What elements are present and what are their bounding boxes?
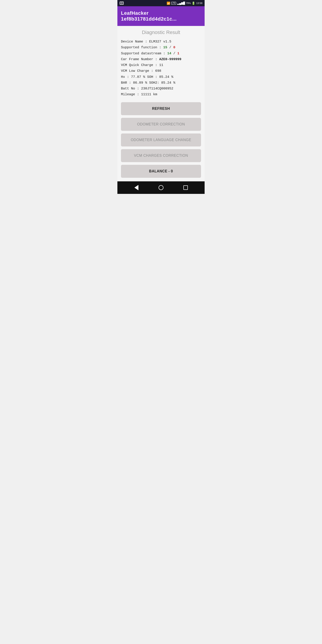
hx-value: 77.87 % [131, 75, 145, 79]
bar-label: BAR : [121, 81, 133, 85]
vcm-low-line: VCM Low Charge : 698 [121, 68, 201, 74]
batt-no-line: Batt No : 230JT114CQ000952 [121, 86, 201, 92]
supported-function-sep: / [167, 46, 173, 50]
soh-label: SOH : [145, 75, 159, 79]
batt-no-label: Batt No : [121, 87, 141, 90]
lte-badge: LTE [171, 2, 176, 5]
car-frame-value: AZE0-999999 [159, 58, 181, 61]
svg-point-1 [121, 3, 122, 4]
car-frame-label: Car Frame Number : [121, 58, 159, 61]
supported-datastream-red: 1 [177, 52, 179, 56]
photo-icon [120, 2, 124, 5]
status-bar-right: 📶 LTE ▂▄▆█ 79% 🔋 13:58 [166, 2, 202, 5]
status-bar-left [120, 2, 124, 5]
supported-datastream-sep: / [171, 52, 177, 56]
supported-function-green: 15 [163, 46, 167, 50]
batt-no-value: 230JT114CQ000952 [141, 87, 173, 90]
bluetooth-icon: 📶 [166, 2, 170, 5]
info-block: Device Name : ELM327 v1.5 Supported func… [121, 39, 201, 98]
vcm-quick-value: 11 [159, 63, 163, 67]
vcm-low-label: VCM Low Charge : [121, 69, 155, 73]
back-button[interactable] [132, 184, 140, 192]
signal-icon: ▂▄▆█ [177, 2, 185, 5]
main-content: Diagnostic Result Device Name : ELM327 v… [118, 26, 204, 181]
supported-function-label: Supported function : [121, 46, 163, 50]
bar-value: 86.89 % [133, 81, 147, 85]
app-header-title: LeafHacker 1ef8b31781dd4d2c1c... [121, 10, 177, 22]
car-frame-line: Car Frame Number : AZE0-999999 [121, 56, 201, 62]
supported-datastream-label: Supported datastream : [121, 52, 167, 56]
vcm-charges-button[interactable]: VCM CHARGES CORRECTION [121, 149, 201, 162]
soh2-value: 85.24 % [161, 81, 175, 85]
vcm-quick-label: VCM Quick Charge : [121, 63, 159, 67]
hx-soh-line: Hx : 77.87 % SOH : 85.24 % [121, 74, 201, 80]
vcm-quick-line: VCM Quick Charge : 11 [121, 62, 201, 68]
recents-button[interactable] [182, 184, 190, 192]
mileage-label: Mileage : [121, 92, 141, 96]
app-header: LeafHacker 1ef8b31781dd4d2c1c... [118, 6, 204, 26]
odometer-language-button[interactable]: ODOMETER LANGUAGE CHANGE [121, 134, 201, 146]
page-title: Diagnostic Result [121, 30, 201, 35]
bottom-nav [118, 181, 204, 194]
home-button[interactable] [157, 184, 165, 192]
device-name-label: Device Name : [121, 40, 149, 44]
device-name-line: Device Name : ELM327 v1.5 [121, 39, 201, 45]
supported-function-line: Supported function : 15 / 0 [121, 45, 201, 50]
bar-soh2-line: BAR : 86.89 % SOH2: 85.24 % [121, 80, 201, 86]
mileage-line: Mileage : 11111 km [121, 92, 201, 98]
battery-percent: 79% [186, 2, 191, 4]
soh2-label: SOH2: [147, 81, 161, 85]
soh-value: 85.24 % [159, 75, 173, 79]
supported-datastream-green: 14 [167, 52, 171, 56]
supported-function-red: 0 [173, 46, 175, 50]
back-icon [134, 185, 138, 190]
odometer-correction-button[interactable]: ODOMETER CORRECTION [121, 118, 201, 131]
device-name-value: ELM327 v1.5 [149, 40, 171, 44]
home-icon [158, 185, 164, 190]
mileage-value: 11111 km [141, 92, 157, 96]
balance-button[interactable]: BALANCE - 0 [121, 165, 201, 178]
button-group: REFRESH ODOMETER CORRECTION ODOMETER LAN… [121, 102, 201, 178]
battery-icon: 🔋 [192, 2, 195, 5]
status-bar: 📶 LTE ▂▄▆█ 79% 🔋 13:58 [118, 0, 204, 6]
status-time: 13:58 [196, 2, 202, 4]
vcm-low-value: 698 [155, 69, 161, 73]
refresh-button[interactable]: REFRESH [121, 102, 201, 115]
recents-icon [183, 185, 188, 190]
supported-datastream-line: Supported datastream : 14 / 1 [121, 51, 201, 56]
hx-label: Hx : [121, 75, 131, 79]
